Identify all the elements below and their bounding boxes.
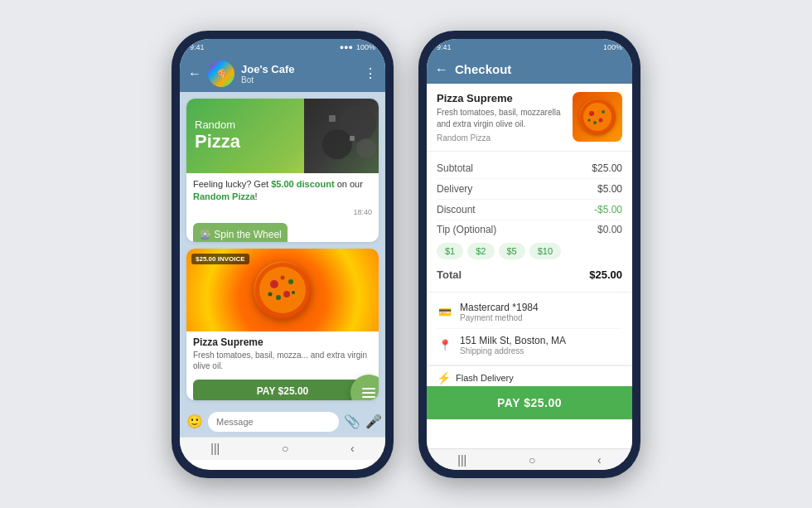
more-options-button[interactable]: ⋮ (364, 65, 377, 81)
left-time: 9:41 (190, 43, 205, 51)
left-signal: ●●● (340, 43, 353, 51)
svg-point-7 (270, 280, 278, 288)
checkout-bottom-nav: ||| ○ ‹ (427, 448, 632, 470)
checkout-bottom: ⚡ Flash Delivery PAY $25.00 (427, 365, 632, 419)
banner-message: Feeling lucky? Get $5.00 discount on our… (186, 173, 379, 209)
left-battery: 100% (356, 43, 375, 51)
chat-body: Random Pizza (180, 92, 385, 407)
attach-button[interactable]: 📎 (344, 414, 360, 429)
svg-rect-4 (350, 136, 355, 141)
chat-input-bar: 🙂 📎 🎤 (180, 407, 385, 437)
tip-row: Tip (Optional) $0.00 (437, 220, 622, 239)
pay-checkout-button[interactable]: PAY $25.00 (427, 386, 632, 419)
left-phone-screen: 9:41 ●●● 100% ← 🍕 Joe's Cafe Bot ⋮ (180, 39, 385, 470)
pay-invoice-button[interactable]: PAY $25.00 (193, 380, 372, 399)
svg-point-20 (588, 119, 591, 121)
svg-point-15 (583, 103, 611, 131)
svg-point-17 (599, 118, 603, 122)
flash-delivery-label: Flash Delivery (456, 373, 514, 383)
banner-random-label: Random (195, 119, 240, 131)
tip-5-button[interactable]: $5 (499, 243, 525, 259)
pizza-banner-image: Random Pizza (186, 99, 379, 173)
checkout-nav-menu[interactable]: ||| (457, 453, 466, 467)
pizza-banner-card: Random Pizza (186, 99, 379, 243)
nav-menu-button[interactable]: ||| (210, 442, 220, 455)
price-section: Subtotal $25.00 Delivery $5.00 Discount … (427, 152, 632, 293)
delivery-value: $5.00 (597, 183, 622, 195)
tip-10-button[interactable]: $10 (529, 243, 561, 259)
svg-point-12 (292, 291, 295, 294)
tip-1-button[interactable]: $1 (437, 243, 463, 259)
total-value: $25.00 (589, 269, 622, 281)
right-phone: 9:41 100% ← Checkout Pizza Supreme Fresh… (418, 31, 640, 478)
svg-rect-3 (329, 115, 336, 122)
nav-home-button[interactable]: ○ (282, 442, 288, 455)
avatar: 🍕 (208, 60, 234, 87)
checkout-back-button[interactable]: ← (435, 62, 448, 77)
right-status-bar: 9:41 100% (427, 39, 632, 56)
checkout-header: ← Checkout (427, 56, 632, 84)
payment-info-section: 💳 Mastercard *1984 Payment method 📍 151 … (427, 293, 632, 365)
message-time: 18:40 (186, 208, 379, 220)
discount-row: Discount -$5.00 (437, 200, 622, 220)
checkout-nav-home[interactable]: ○ (529, 453, 535, 467)
right-phone-screen: 9:41 100% ← Checkout Pizza Supreme Fresh… (427, 39, 632, 470)
phones-container: 9:41 ●●● 100% ← 🍕 Joe's Cafe Bot ⋮ (172, 31, 640, 478)
svg-point-1 (322, 129, 352, 159)
invoice-card: $25.00 INVOICE Pizza Supreme Fresh tomat… (186, 249, 379, 399)
right-battery: 100% (603, 43, 622, 51)
emoji-button[interactable]: 🙂 (186, 414, 203, 429)
total-label: Total (437, 269, 462, 281)
svg-point-13 (281, 276, 285, 280)
right-time: 9:41 (437, 43, 452, 51)
subtotal-label: Subtotal (437, 162, 473, 174)
left-phone: 9:41 ●●● 100% ← 🍕 Joe's Cafe Bot ⋮ (172, 31, 394, 478)
left-status-bar: 9:41 ●●● 100% (180, 39, 385, 56)
svg-point-6 (259, 267, 306, 313)
card-icon: 💳 (437, 306, 453, 317)
spin-button[interactable]: 🎡 Spin the Wheel (193, 223, 288, 242)
svg-point-11 (268, 293, 273, 297)
total-row: Total $25.00 (437, 264, 622, 285)
mic-button[interactable]: 🎤 (365, 414, 382, 429)
delivery-row: Delivery $5.00 (437, 179, 622, 200)
product-source: Random Pizza (437, 133, 564, 143)
chat-subtitle: Bot (241, 75, 357, 85)
bottom-nav: ||| ○ ‹ (180, 437, 385, 460)
banner-pizza-decoration (304, 99, 379, 173)
svg-point-18 (593, 121, 597, 124)
flash-icon: ⚡ (437, 371, 451, 385)
tip-buttons-row: $1 $2 $5 $10 (437, 239, 622, 264)
location-icon: 📍 (437, 339, 453, 351)
invoice-description: Fresh tomatoes, basil, mozza... and extr… (193, 350, 372, 371)
flash-delivery-row: ⚡ Flash Delivery (427, 366, 632, 386)
checkout-title: Checkout (455, 62, 511, 76)
discount-label: Discount (437, 204, 476, 215)
invoice-image: $25.00 INVOICE (186, 249, 379, 331)
shipping-address-row[interactable]: 📍 151 Milk St, Boston, MA Shipping addre… (437, 329, 622, 361)
address-label: 151 Milk St, Boston, MA (460, 335, 622, 346)
checkout-nav-back[interactable]: ‹ (597, 453, 602, 467)
nav-back-button[interactable]: ‹ (350, 442, 355, 455)
svg-point-19 (602, 110, 605, 114)
tip-2-button[interactable]: $2 (467, 243, 494, 259)
product-section: Pizza Supreme Fresh tomatoes, basil, moz… (427, 84, 632, 152)
chat-header: ← 🍕 Joe's Cafe Bot ⋮ (180, 56, 385, 92)
svg-point-9 (276, 295, 281, 300)
message-input[interactable] (208, 412, 339, 432)
checkout-body: Pizza Supreme Fresh tomatoes, basil, moz… (427, 84, 632, 448)
chat-name: Joe's Cafe (241, 63, 357, 75)
pizza-decoration (254, 261, 312, 319)
svg-point-8 (283, 291, 290, 298)
svg-point-16 (589, 111, 594, 116)
discount-value: -$5.00 (594, 204, 622, 215)
subtotal-row: Subtotal $25.00 (437, 158, 622, 179)
banner-pizza-label: Pizza (195, 131, 240, 152)
back-button[interactable]: ← (188, 66, 201, 81)
svg-point-2 (356, 138, 376, 158)
payment-method-row[interactable]: 💳 Mastercard *1984 Payment method (437, 296, 622, 329)
product-description: Fresh tomatoes, basil, mozzarella and ex… (437, 107, 564, 130)
wallet-icon (350, 375, 379, 399)
card-label: Mastercard *1984 (460, 302, 622, 313)
product-name: Pizza Supreme (437, 92, 564, 104)
